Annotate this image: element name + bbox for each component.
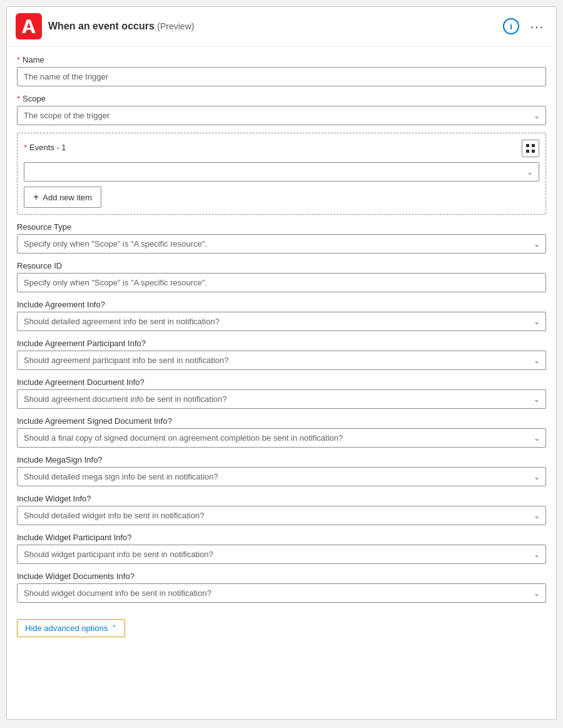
include-agreement-signed-document-info-select-wrapper: Should a final copy of signed document o… [17,428,546,448]
trigger-card: When an event occurs (Preview) i ··· * N… [6,6,557,720]
include-agreement-document-info-label: Include Agreement Document Info? [17,377,546,387]
chevron-up-icon: ⌃ [111,624,117,632]
include-agreement-participant-info-select-wrapper: Should agreement participant info be sen… [17,351,546,370]
include-megasign-info-label: Include MegaSign Info? [17,455,546,464]
hide-advanced-options-button[interactable]: Hide advanced options ⌃ [17,619,125,637]
svg-rect-1 [532,144,535,147]
events-select[interactable] [24,162,539,182]
card-content: * Name * Scope The scope of the trigger … [7,46,556,647]
add-new-item-button[interactable]: + Add new item [24,187,101,208]
events-section: * Events - 1 ⌄ + [17,133,546,215]
resource-type-label: Resource Type [17,222,546,232]
include-widget-participant-info-select[interactable]: Should widget participant info be sent i… [17,545,546,564]
resource-type-field-group: Resource Type Specify only when "Scope" … [17,222,546,254]
include-widget-info-field-group: Include Widget Info? Should detailed wid… [17,494,546,525]
include-widget-participant-info-field-group: Include Widget Participant Info? Should … [17,533,546,564]
include-agreement-document-info-select[interactable]: Should agreement document info be sent i… [17,389,546,409]
resource-id-input[interactable] [17,273,546,292]
include-widget-documents-info-select[interactable]: Should widget document info be sent in n… [17,583,546,603]
include-agreement-info-label: Include Agreement Info? [17,300,546,309]
include-widget-participant-info-select-wrapper: Should widget participant info be sent i… [17,545,546,564]
header-left: When an event occurs (Preview) [16,13,194,39]
events-select-wrapper: ⌄ [24,162,539,182]
svg-rect-0 [526,144,529,147]
include-agreement-participant-info-label: Include Agreement Participant Info? [17,339,546,348]
svg-rect-2 [526,150,529,153]
scope-field-group: * Scope The scope of the trigger ⌄ [17,94,546,125]
header-title: When an event occurs [48,21,155,31]
resource-type-select-wrapper: Specify only when "Scope" is "A specific… [17,234,546,254]
info-button[interactable]: i [501,16,521,36]
include-widget-info-label: Include Widget Info? [17,494,546,503]
name-required-asterisk: * [17,55,20,64]
resource-id-field-group: Resource ID [17,261,546,292]
name-field-group: * Name [17,55,546,86]
include-agreement-signed-document-info-label: Include Agreement Signed Document Info? [17,416,546,426]
svg-rect-3 [532,150,535,153]
header-actions: i ··· [501,16,547,36]
include-agreement-info-select[interactable]: Should detailed agreement info be sent i… [17,312,546,331]
plus-icon: + [33,192,39,203]
include-agreement-info-select-wrapper: Should detailed agreement info be sent i… [17,312,546,331]
name-label: * Name [17,55,546,64]
include-megasign-info-select-wrapper: Should detailed mega sign info be sent i… [17,467,546,486]
include-widget-documents-info-field-group: Include Widget Documents Info? Should wi… [17,572,546,603]
include-widget-participant-info-label: Include Widget Participant Info? [17,533,546,542]
scope-select[interactable]: The scope of the trigger [17,106,546,125]
include-megasign-info-select[interactable]: Should detailed mega sign info be sent i… [17,467,546,486]
name-input[interactable] [17,67,546,86]
ellipsis-icon: ··· [530,19,545,34]
include-agreement-signed-document-info-select[interactable]: Should a final copy of signed document o… [17,428,546,448]
events-header: * Events - 1 [24,140,539,157]
app-icon [16,13,42,39]
include-widget-documents-info-label: Include Widget Documents Info? [17,572,546,581]
include-agreement-signed-document-info-field-group: Include Agreement Signed Document Info? … [17,416,546,448]
include-widget-info-select-wrapper: Should detailed widget info be sent in n… [17,506,546,525]
resource-id-label: Resource ID [17,261,546,270]
include-widget-info-select[interactable]: Should detailed widget info be sent in n… [17,506,546,525]
include-agreement-info-field-group: Include Agreement Info? Should detailed … [17,300,546,331]
grid-icon-svg [525,143,535,153]
events-required-asterisk: * [24,143,27,152]
adobe-logo-icon [21,18,37,34]
include-widget-documents-info-select-wrapper: Should widget document info be sent in n… [17,583,546,603]
card-header: When an event occurs (Preview) i ··· [7,7,556,46]
scope-label: * Scope [17,94,546,103]
include-megasign-info-field-group: Include MegaSign Info? Should detailed m… [17,455,546,486]
scope-select-wrapper: The scope of the trigger ⌄ [17,106,546,125]
grid-icon-button[interactable] [522,140,539,157]
resource-type-select[interactable]: Specify only when "Scope" is "A specific… [17,234,546,254]
info-circle-icon: i [503,18,519,34]
include-agreement-participant-info-select[interactable]: Should agreement participant info be sen… [17,351,546,370]
events-label: * Events - 1 [24,143,66,152]
more-options-button[interactable]: ··· [527,16,547,36]
include-agreement-participant-info-field-group: Include Agreement Participant Info? Shou… [17,339,546,370]
include-agreement-document-info-select-wrapper: Should agreement document info be sent i… [17,389,546,409]
header-preview-label: (Preview) [157,21,194,31]
scope-required-asterisk: * [17,94,20,103]
include-agreement-document-info-field-group: Include Agreement Document Info? Should … [17,377,546,409]
hide-advanced-label: Hide advanced options [25,623,108,633]
header-title-group: When an event occurs (Preview) [48,21,194,32]
